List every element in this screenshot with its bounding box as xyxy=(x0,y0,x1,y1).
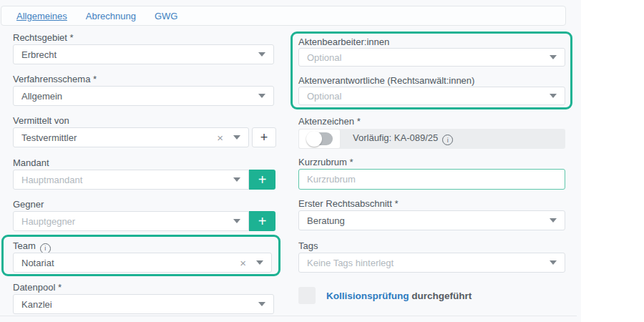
team-select[interactable]: Notariat × xyxy=(13,253,272,273)
aktenbearbeiter-placeholder: Optional xyxy=(307,52,542,63)
add-mandant-button[interactable]: + xyxy=(249,170,275,190)
tags-label: Tags xyxy=(298,240,318,251)
aktenzeichen-strip: Vorläufig: KA-089/25i xyxy=(298,129,565,149)
chevron-down-icon xyxy=(233,177,240,182)
add-vermittler-button[interactable]: + xyxy=(252,127,276,147)
chevron-down-icon xyxy=(233,135,240,140)
kurzrubrum-input[interactable] xyxy=(298,169,565,190)
info-icon[interactable]: i xyxy=(442,135,453,145)
rechtsgebiet-value: Erbrecht xyxy=(21,49,251,60)
gegner-select[interactable]: Hauptgegner xyxy=(13,211,249,231)
tags-select[interactable]: Keine Tags hinterlegt xyxy=(298,253,565,273)
erster-rechtsabschnitt-label: Erster Rechtsabschnitt * xyxy=(298,198,398,209)
toggle-track-icon xyxy=(307,132,333,145)
verfahrensschema-select[interactable]: Allgemein xyxy=(13,86,274,106)
form-panel: Allgemeines Abrechnung GWG Rechtsgebiet … xyxy=(0,0,581,322)
verfahrensschema-value: Allgemein xyxy=(21,91,251,102)
kollisionspruefung-rest: durchgeführt xyxy=(411,291,472,301)
chevron-down-icon xyxy=(258,52,265,57)
rechtsgebiet-label: Rechtsgebiet * xyxy=(13,32,74,43)
aktenzeichen-preview: Vorläufig: KA-089/25i xyxy=(353,132,453,146)
aktenzeichen-preview-text: Vorläufig: KA-089/25 xyxy=(353,132,438,143)
mandant-placeholder: Hauptmandant xyxy=(21,175,226,185)
new-case-form-page: Allgemeines Abrechnung GWG Rechtsgebiet … xyxy=(0,0,644,322)
clear-icon[interactable]: × xyxy=(217,132,223,143)
kollisionspruefung-checkbox[interactable] xyxy=(298,287,316,304)
team-value: Notariat xyxy=(21,258,240,268)
chevron-down-icon xyxy=(550,55,557,59)
kollisionspruefung-label: Kollisionsprüfung durchgeführt xyxy=(326,291,472,301)
aktenverantwortliche-select[interactable]: Optional xyxy=(298,87,565,105)
team-label: Teami xyxy=(13,240,51,254)
panel-bottom-divider xyxy=(0,316,577,316)
chevron-down-icon xyxy=(550,218,557,223)
aktenzeichen-label: Aktenzeichen * xyxy=(298,116,361,127)
aktenverantwortliche-label: Aktenverantwortliche (Rechtsanwält:innen… xyxy=(298,75,474,86)
erster-rechtsabschnitt-select[interactable]: Beratung xyxy=(298,210,565,230)
kurzrubrum-label: Kurzrubrum * xyxy=(298,157,353,167)
aktenbearbeiter-select[interactable]: Optional xyxy=(298,48,565,67)
rechtsgebiet-select[interactable]: Erbrecht xyxy=(13,44,274,64)
vermittelt-von-value: Testvermittler xyxy=(21,132,217,143)
mandant-select[interactable]: Hauptmandant xyxy=(13,170,249,190)
add-gegner-button[interactable]: + xyxy=(249,211,275,231)
datenpool-select[interactable]: Kanzlei xyxy=(13,294,274,314)
verfahrensschema-label: Verfahrensschema * xyxy=(13,74,97,84)
datenpool-value: Kanzlei xyxy=(21,299,251,310)
vermittelt-von-label: Vermittelt von xyxy=(13,115,69,126)
chevron-down-icon xyxy=(550,94,557,98)
aktenzeichen-toggle[interactable] xyxy=(298,129,341,149)
gegner-placeholder: Hauptgegner xyxy=(21,216,226,227)
tags-placeholder: Keine Tags hinterlegt xyxy=(307,258,542,268)
chevron-down-icon xyxy=(258,94,265,98)
tab-bar: Allgemeines Abrechnung GWG xyxy=(1,6,566,26)
tab-gwg[interactable]: GWG xyxy=(155,11,178,21)
tab-abrechnung[interactable]: Abrechnung xyxy=(86,11,136,21)
mandant-label: Mandant xyxy=(13,157,49,168)
datenpool-label: Datenpool * xyxy=(13,282,62,293)
aktenbearbeiter-label: Aktenbearbeiter:innen xyxy=(298,36,389,47)
aktenverantwortliche-placeholder: Optional xyxy=(307,91,542,102)
team-label-text: Team xyxy=(13,240,36,251)
toggle-knob-icon xyxy=(306,131,322,147)
chevron-down-icon xyxy=(550,260,557,265)
erster-rechtsabschnitt-value: Beratung xyxy=(307,215,542,226)
gegner-label: Gegner xyxy=(13,199,44,210)
kollisionspruefung-link[interactable]: Kollisionsprüfung xyxy=(326,291,409,301)
chevron-down-icon xyxy=(258,302,265,306)
vermittelt-von-select[interactable]: Testvermittler × xyxy=(13,127,249,147)
tab-allgemeines[interactable]: Allgemeines xyxy=(16,11,67,21)
clear-icon[interactable]: × xyxy=(240,258,246,268)
chevron-down-icon xyxy=(256,260,263,265)
chevron-down-icon xyxy=(233,219,240,223)
